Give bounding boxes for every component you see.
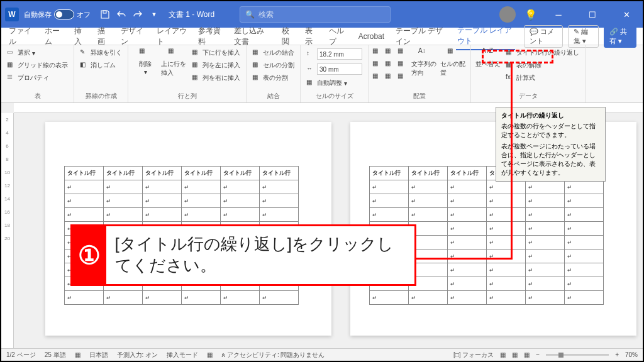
align-tl-icon[interactable]: ▦	[372, 47, 381, 56]
user-avatar[interactable]	[499, 6, 516, 23]
search-input[interactable]: 🔍 検索	[240, 6, 391, 23]
table-row: ↵↵↵↵↵↵	[65, 291, 299, 305]
merge-icon: ▦	[252, 48, 261, 57]
autofit-button[interactable]: ▦自動調整 ▾	[304, 77, 364, 89]
autosave-toggle[interactable]: 自動保存 オフ	[24, 9, 91, 19]
split-icon: ▦	[252, 61, 261, 70]
table-row: ↵↵↵↵↵↵	[370, 194, 604, 208]
zoom-out-button[interactable]: −	[536, 351, 540, 358]
col-width-input[interactable]: ↔30 mm	[304, 62, 364, 76]
text-direction-button[interactable]: A↕文字列の方向	[411, 47, 438, 90]
word-count[interactable]: 25 単語	[45, 351, 66, 359]
help-icon[interactable]: 💡	[525, 9, 537, 21]
predict-input[interactable]: 予測入力: オン	[117, 351, 158, 359]
tab-acrobat[interactable]: Acrobat	[357, 30, 386, 43]
table-row: ↵↵↵↵↵↵	[65, 194, 299, 208]
formula-icon: fx	[506, 74, 514, 82]
insert-below-button[interactable]: ▦下に行を挿入	[190, 47, 242, 58]
align-tc-icon[interactable]: ▦	[385, 47, 394, 56]
minimize-button[interactable]: ─	[546, 5, 571, 24]
focus-mode[interactable]: [□] フォーカス	[453, 351, 494, 359]
draw-table-button[interactable]: ✎罫線を引く	[78, 47, 124, 58]
highlight-box	[482, 50, 553, 63]
alignment-grid[interactable]: ▦▦▦ ▦▦▦ ▦▦▦	[372, 47, 409, 90]
zoom-slider[interactable]	[546, 354, 609, 356]
table-header-row: タイトル行タイトル行タイトル行タイトル行タイトル行タイトル行	[65, 167, 299, 180]
tooltip-text-1: 表の複数の行をヘッダーとして指定することができます。	[501, 122, 600, 140]
accessibility-status[interactable]: ጰ アクセシビリティ: 問題ありません	[221, 351, 325, 359]
table-row: ↵↵↵↵↵↵	[370, 291, 604, 305]
split-table-button[interactable]: ▦表の分割	[250, 72, 296, 84]
maximize-button[interactable]: ☐	[580, 5, 605, 24]
view-gridlines-button[interactable]: ▦グリッド線の表示	[5, 60, 70, 71]
align-tr-icon[interactable]: ▦	[397, 47, 406, 56]
insert-below-icon: ▦	[192, 48, 201, 57]
insert-left-button[interactable]: ▦列を左に挿入	[190, 60, 242, 71]
tooltip-text-2: 表が複数ページにわたっている場合に、指定した行がヘッダーとして各ページに表示され…	[501, 142, 600, 177]
insert-above-button[interactable]: ▦上に行を挿入	[161, 47, 187, 90]
delete-button[interactable]: ▦削除▾	[132, 47, 158, 90]
ribbon-tabs: ファイル ホーム 挿入 描画 デザイン レイアウト 参考資料 差し込み文書 校閲…	[1, 28, 643, 45]
split-cells-button[interactable]: ▦セルの分割	[250, 60, 296, 71]
align-mc-icon[interactable]: ▦	[385, 60, 394, 69]
table-row: ↵↵↵↵↵↵	[65, 208, 299, 222]
table-row: ↵↵↵↵↵↵	[65, 180, 299, 194]
print-layout-icon[interactable]: ▦	[512, 351, 518, 358]
align-mr-icon[interactable]: ▦	[397, 60, 406, 69]
eraser-icon: ◧	[80, 61, 89, 70]
select-button[interactable]: ▭選択 ▾	[5, 47, 70, 58]
web-layout-icon[interactable]: ▦	[524, 351, 530, 358]
grid-icon: ▦	[7, 61, 16, 70]
comment-button[interactable]: 💬 コメント	[524, 25, 563, 48]
table-row: ↵↵↵↵↵↵	[370, 180, 604, 194]
redo-icon[interactable]	[133, 9, 143, 19]
table-row: ↵↵↵↵↵↵	[370, 208, 604, 222]
group-label-table: 表	[5, 90, 70, 101]
properties-icon: ☰	[7, 74, 16, 82]
delete-icon: ▦	[139, 47, 152, 60]
formula-button[interactable]: fx計算式	[504, 72, 581, 84]
eraser-button[interactable]: ◧消しゴム	[78, 60, 124, 71]
toggle-icon[interactable]	[54, 9, 74, 19]
group-label-cell-size: セルのサイズ	[304, 90, 364, 101]
merge-cells-button[interactable]: ▦セルの結合	[250, 47, 296, 58]
callout-number: ①	[72, 226, 106, 284]
word-app-icon: W	[5, 8, 19, 21]
close-button[interactable]: ✕	[614, 5, 639, 24]
language-indicator[interactable]: 日本語	[89, 351, 108, 359]
align-bc-icon[interactable]: ▦	[385, 72, 394, 81]
edit-mode-button[interactable]: ✎ 編集 ▾	[568, 25, 599, 48]
save-icon[interactable]	[100, 9, 110, 19]
zoom-in-button[interactable]: +	[615, 351, 619, 358]
cell-margins-button[interactable]: ▦セルの配置	[440, 47, 467, 90]
properties-button[interactable]: ☰プロパティ	[5, 72, 70, 84]
vertical-ruler[interactable]: 2468101214161820	[1, 113, 14, 348]
undo-icon[interactable]	[116, 9, 126, 19]
svg-rect-0	[103, 11, 106, 13]
text-check-icon[interactable]: ▦	[75, 351, 80, 358]
group-label-draw: 罫線の作成	[78, 90, 124, 101]
align-bl-icon[interactable]: ▦	[372, 72, 381, 81]
group-label-data: データ	[475, 90, 581, 101]
annotation-line	[416, 258, 513, 260]
align-ml-icon[interactable]: ▦	[372, 60, 381, 69]
zoom-level[interactable]: 70%	[625, 351, 638, 358]
read-mode-icon[interactable]: ▦	[500, 351, 506, 358]
cursor-icon: ▭	[7, 48, 16, 57]
insert-right-button[interactable]: ▦列を右に挿入	[190, 72, 242, 84]
macro-icon[interactable]: ▦	[207, 351, 213, 358]
group-label-rows-cols: 行と列	[132, 90, 242, 101]
row-height-input[interactable]: ↕18.2 mm	[304, 47, 364, 61]
instruction-callout: ① [タイトル行の繰り返し]をクリックしてください。	[70, 224, 416, 286]
share-button[interactable]: 🔗 共有 ▾	[604, 25, 636, 48]
group-label-merge: 結合	[250, 90, 296, 101]
align-br-icon[interactable]: ▦	[397, 72, 406, 81]
callout-text: [タイトル行の繰り返し]をクリックしてください。	[106, 226, 414, 284]
page-indicator[interactable]: 1/2 ページ	[6, 351, 36, 359]
insert-left-icon: ▦	[192, 61, 201, 70]
autofit-icon: ▦	[306, 79, 315, 87]
qat-dropdown-icon[interactable]: ▼	[149, 9, 159, 19]
insert-mode[interactable]: 挿入モード	[167, 351, 198, 359]
tooltip-title: タイトル行の繰り返し	[501, 111, 600, 120]
insert-above-icon: ▦	[168, 47, 180, 60]
